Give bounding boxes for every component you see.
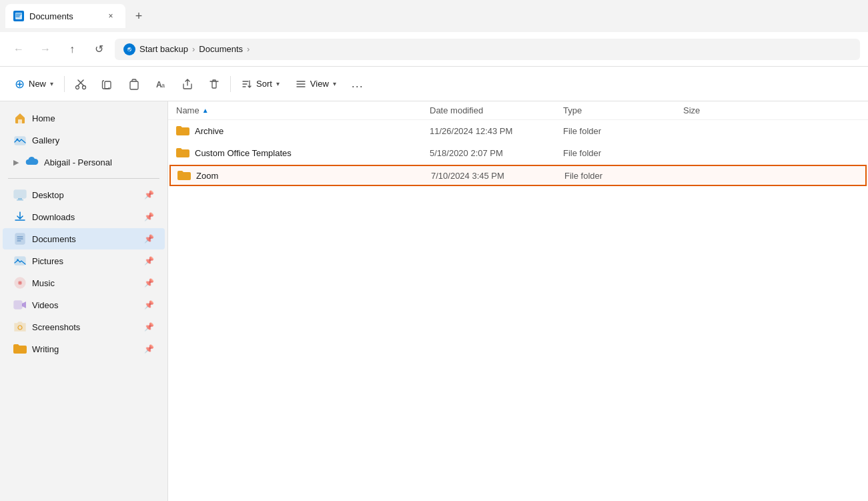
- videos-icon: [13, 298, 27, 312]
- breadcrumb-documents[interactable]: Documents: [199, 44, 243, 54]
- svg-rect-7: [18, 119, 22, 123]
- view-button[interactable]: View ▾: [289, 75, 343, 93]
- pictures-icon: [13, 254, 27, 268]
- sidebar-item-writing[interactable]: Writing 📌: [3, 338, 165, 360]
- svg-rect-4: [130, 81, 138, 89]
- writing-folder-icon: [13, 342, 27, 356]
- new-label: New: [29, 79, 46, 89]
- back-button[interactable]: ←: [8, 39, 29, 60]
- sidebar-item-home-label: Home: [32, 113, 55, 123]
- sidebar-item-videos[interactable]: Videos 📌: [3, 294, 165, 316]
- file-area: Name ▲ Date modified Type Size Archive 1…: [168, 101, 868, 501]
- toolbar: ⊕ New ▾ A a: [0, 67, 868, 101]
- sidebar-item-downloads[interactable]: Downloads 📌: [3, 206, 165, 227]
- new-button[interactable]: ⊕ New ▾: [8, 73, 60, 95]
- up-button[interactable]: ↑: [61, 39, 83, 60]
- file-name-archive: Archive: [176, 125, 430, 136]
- col-date-header[interactable]: Date modified: [430, 105, 563, 115]
- copy-button[interactable]: [95, 72, 119, 96]
- sidebar-item-downloads-label: Downloads: [32, 212, 75, 222]
- file-name-zoom: Zoom: [177, 170, 431, 181]
- titlebar: Documents × +: [0, 0, 868, 32]
- cut-icon: [75, 78, 87, 90]
- sort-label: Sort: [256, 79, 272, 89]
- address-path[interactable]: Start backup › Documents ›: [115, 39, 860, 60]
- col-name-header[interactable]: Name ▲: [176, 105, 430, 115]
- sidebar-item-music[interactable]: Music 📌: [3, 272, 165, 294]
- col-type-header[interactable]: Type: [563, 105, 683, 115]
- rename-button[interactable]: A a: [149, 72, 173, 96]
- breadcrumb-start-backup[interactable]: Start backup: [139, 44, 188, 54]
- sort-chevron-icon: ▾: [276, 80, 280, 87]
- col-size-header[interactable]: Size: [683, 105, 860, 115]
- sidebar-item-music-label: Music: [32, 278, 55, 288]
- svg-rect-12: [17, 199, 23, 201]
- sort-button[interactable]: Sort ▾: [235, 75, 286, 93]
- rename-icon: A a: [155, 78, 167, 90]
- gallery-icon: [13, 133, 27, 147]
- sidebar-item-home[interactable]: Home: [3, 107, 165, 129]
- file-row-archive[interactable]: Archive 11/26/2024 12:43 PM File folder: [168, 120, 868, 142]
- view-label: View: [310, 79, 329, 89]
- svg-text:a: a: [161, 82, 165, 89]
- delete-icon: [208, 78, 220, 90]
- main-layout: Home Gallery ▶ Abigail - Personal: [0, 101, 868, 501]
- new-chevron-icon: ▾: [50, 80, 53, 87]
- paste-button[interactable]: [122, 72, 146, 96]
- abigail-expander-icon: ▶: [13, 158, 19, 167]
- svg-point-18: [19, 282, 21, 284]
- screenshots-pin-icon: 📌: [144, 322, 154, 332]
- refresh-button[interactable]: ↺: [88, 39, 109, 60]
- sidebar-item-documents[interactable]: Documents 📌: [3, 228, 165, 249]
- sidebar-item-pictures-label: Pictures: [32, 256, 63, 266]
- copy-icon: [101, 78, 113, 90]
- file-date-custom-office: 5/18/2020 2:07 PM: [430, 148, 563, 158]
- sidebar-item-pictures[interactable]: Pictures 📌: [3, 250, 165, 272]
- file-type-custom-office: File folder: [563, 148, 683, 158]
- file-row-zoom[interactable]: Zoom 7/10/2024 3:45 PM File folder: [169, 165, 867, 186]
- screenshots-icon: [13, 320, 27, 334]
- file-type-zoom: File folder: [564, 171, 685, 181]
- file-row-custom-office[interactable]: Custom Office Templates 5/18/2020 2:07 P…: [168, 142, 868, 164]
- delete-button[interactable]: [202, 72, 226, 96]
- share-button[interactable]: [175, 72, 199, 96]
- address-bar: ← → ↑ ↺ Start backup › Documents ›: [0, 32, 868, 67]
- svg-rect-14: [15, 257, 25, 265]
- sidebar-item-abigail-label: Abigail - Personal: [44, 157, 112, 167]
- cut-button[interactable]: [69, 72, 93, 96]
- tab-file-icon: [13, 11, 24, 21]
- sidebar-item-screenshots[interactable]: Screenshots 📌: [3, 316, 165, 338]
- file-type-archive: File folder: [563, 126, 683, 136]
- music-pin-icon: 📌: [144, 278, 154, 288]
- more-button[interactable]: ...: [346, 72, 370, 96]
- col-name-sort-icon: ▲: [202, 107, 209, 114]
- file-date-archive: 11/26/2024 12:43 PM: [430, 126, 563, 136]
- svg-rect-19: [14, 301, 22, 309]
- new-icon: ⊕: [15, 77, 25, 91]
- backup-icon: [123, 43, 135, 55]
- view-chevron-icon: ▾: [333, 80, 336, 87]
- folder-icon-archive: [176, 125, 189, 136]
- column-headers: Name ▲ Date modified Type Size: [168, 101, 868, 120]
- desktop-icon: [13, 188, 27, 201]
- new-tab-button[interactable]: +: [128, 5, 149, 27]
- active-tab[interactable]: Documents ×: [5, 4, 125, 28]
- svg-rect-3: [105, 81, 111, 89]
- music-icon: [13, 276, 27, 290]
- tab-close-button[interactable]: ×: [104, 9, 117, 23]
- pictures-pin-icon: 📌: [144, 256, 154, 266]
- breadcrumb-sep-2: ›: [247, 44, 250, 54]
- folder-icon-custom-office: [176, 147, 189, 158]
- col-type-label: Type: [563, 105, 582, 115]
- sidebar-item-gallery-label: Gallery: [32, 135, 59, 145]
- sidebar-item-gallery[interactable]: Gallery: [3, 129, 165, 151]
- documents-icon: [13, 232, 27, 245]
- cloud-icon: [25, 155, 39, 169]
- sidebar-item-writing-label: Writing: [32, 344, 59, 354]
- svg-rect-10: [14, 190, 26, 198]
- sidebar-item-desktop[interactable]: Desktop 📌: [3, 184, 165, 205]
- folder-icon-zoom: [177, 170, 191, 181]
- sidebar-item-abigail[interactable]: ▶ Abigail - Personal: [3, 151, 165, 173]
- svg-rect-11: [18, 198, 22, 199]
- forward-button[interactable]: →: [35, 39, 56, 60]
